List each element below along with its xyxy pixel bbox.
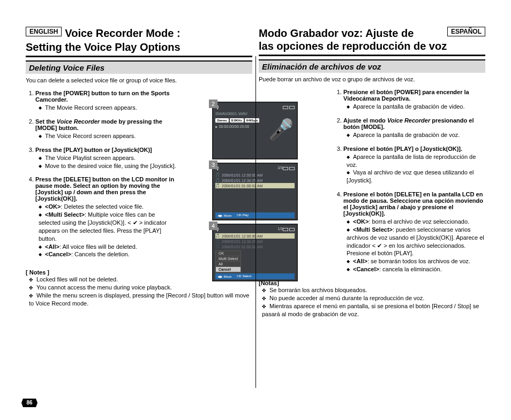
- spanish-column: Modo Grabador voz: Ajuste de ESPAÑOL las…: [255, 27, 485, 409]
- footer-move: ◀▶ Move: [217, 213, 231, 217]
- menu-item-all: All: [216, 262, 241, 267]
- step-3-bullet-2: Move to the desired voice file, using th…: [39, 162, 177, 170]
- title-row-es: Modo Grabador voz: Ajuste de ESPAÑOL: [259, 27, 485, 40]
- title-es-line2: las opciones de reproducción de voz: [259, 40, 485, 52]
- notes-heading-es: [Notas]: [259, 280, 485, 286]
- note-3-en: While the menu screen is displayed, pres…: [29, 292, 252, 308]
- step-4-bullet-all: <All>: All voice files will be deleted.: [39, 243, 177, 251]
- manual-page: ENGLISH Voice Recorder Mode : Setting th…: [0, 0, 511, 420]
- footer-play: OK Play: [237, 213, 249, 217]
- delete-menu: OK Multi Select All Cancel: [215, 250, 241, 273]
- step-3-es: Presione el botón [PLAY] o [Joystick(OK)…: [343, 146, 485, 185]
- title-es-line1: Modo Grabador voz: Ajuste de: [259, 27, 447, 40]
- steps-es: Presione el botón [POWER] para encender …: [334, 89, 485, 273]
- steps-es-wrap: Presione el botón [POWER] para encender …: [259, 89, 485, 273]
- footer-move: ◀▶ Move: [217, 274, 231, 278]
- step-3-title: Press the [PLAY] button or [Joystick(OK)…: [35, 147, 152, 153]
- intro-en: You can delete a selected voice file or …: [26, 77, 252, 83]
- pill-rate: 8.0KHz: [230, 118, 244, 123]
- lang-badge-english: ENGLISH: [26, 27, 62, 36]
- step-2-en: Set the Voice Recorder mode by pressing …: [35, 118, 177, 140]
- step-4-bullet-ok: <OK>: Deletes the selected voice file.: [39, 203, 177, 211]
- menu-item-multi: Multi Select: [216, 256, 241, 262]
- step-2-bullet-1: The Voice Record screen appears.: [39, 132, 177, 140]
- lcd-4-callout: 4: [209, 222, 217, 230]
- note-2-es: No puede acceder al menú durante la repr…: [262, 294, 485, 302]
- step-1-bullet-1: The Movie Record screen appears.: [39, 104, 177, 112]
- title-en-line2: Setting the Voice Play Options: [26, 41, 252, 54]
- rule-en: [26, 56, 252, 57]
- note-3-es: Mientras aparece el menú en pantalla, si…: [262, 302, 485, 318]
- step-1-title: Press the [POWER] button to turn on the …: [35, 90, 170, 103]
- footer-select: OK Select: [237, 274, 251, 278]
- menu-item-ok: OK: [216, 251, 241, 256]
- title-en-line1: Voice Recorder Mode :: [65, 27, 180, 40]
- step-2-title: Set the Voice Recorder mode by pressing …: [35, 118, 162, 131]
- step-4-es: Presione el botón [DELETE] en la pantall…: [343, 191, 485, 273]
- intro-es: Puede borrar un archivo de voz o grupo d…: [259, 76, 485, 82]
- step-4-bullet-cancel: <Cancel>: Cancels the deletion.: [39, 250, 177, 258]
- lcd-3-callout: 3: [209, 161, 217, 169]
- note-2-en: You cannot access the menu during voice …: [29, 284, 252, 292]
- pill-stereo: Stereo: [215, 118, 229, 123]
- lang-badge-spanish: ESPAÑOL: [447, 27, 485, 36]
- notes-es: Se borrarán los archivos bloqueados. No …: [259, 286, 485, 318]
- step-4-bullet-multi: <Multi Select>: Multiple voice files can…: [39, 211, 177, 242]
- step-1-es: Presione el botón [POWER] para encender …: [343, 89, 485, 111]
- step-2-es: Ajuste el modo Voice Recorder presionand…: [343, 117, 485, 139]
- menu-item-cancel: Cancel: [216, 267, 241, 272]
- step-1-en: Press the [POWER] button to turn on the …: [35, 90, 177, 112]
- step-4-en: Press the [DELETE] button on the LCD mon…: [35, 176, 177, 258]
- subhead-es: Eliminación de archivos de voz: [259, 59, 485, 73]
- note-1-es: Se borrarán los archivos bloqueados.: [262, 286, 485, 294]
- subhead-en: Deleting Voice Files: [26, 60, 252, 74]
- page-number: 86: [21, 399, 37, 407]
- step-3-en: Press the [PLAY] button or [Joystick(OK)…: [35, 147, 177, 170]
- rule-es: [259, 55, 485, 56]
- lcd-2-callout: 2: [209, 100, 217, 108]
- title-row-en: ENGLISH Voice Recorder Mode :: [26, 27, 252, 40]
- step-4-title: Press the [DELETE] button on the LCD mon…: [35, 176, 174, 202]
- step-3-bullet-1: The Voice Playlist screen appears.: [39, 154, 177, 162]
- steps-en: Press the [POWER] button to turn on the …: [26, 90, 177, 265]
